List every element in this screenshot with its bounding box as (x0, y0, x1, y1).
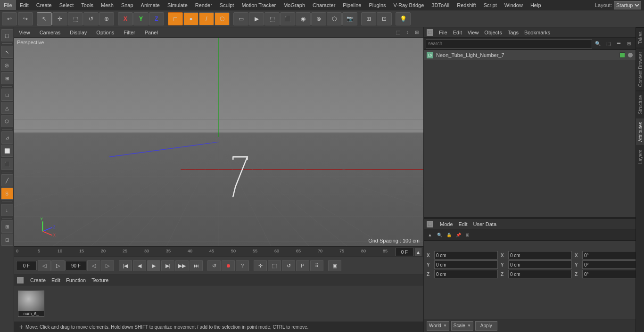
menu-snap[interactable]: Snap (117, 0, 137, 10)
left-btn-0[interactable]: ⬚ (1, 29, 13, 41)
redo-button[interactable]: ↪ (18, 12, 33, 25)
attr-menu-mode[interactable]: Mode (440, 221, 453, 227)
left-btn-10[interactable]: ╱ (1, 174, 13, 186)
viewport-icon-1[interactable]: ⬚ (394, 29, 402, 36)
loop-btn[interactable]: ↺ (207, 260, 221, 271)
vp-menu-cameras[interactable]: Cameras (38, 30, 63, 35)
coord-input-z1[interactable] (434, 270, 498, 278)
render-queue-button[interactable]: ⬡ (327, 12, 342, 25)
left-btn-13[interactable]: ⊞ (1, 220, 13, 233)
tc-move[interactable]: ✛ (254, 260, 267, 271)
world-dropdown[interactable]: World ▼ (427, 321, 449, 331)
transform-mode-button[interactable]: ⊕ (99, 12, 114, 25)
tab-attributes[interactable]: Attributes (636, 118, 644, 146)
start-frame-input[interactable] (16, 261, 37, 270)
menu-pipeline[interactable]: Pipeline (339, 0, 365, 10)
menu-character[interactable]: Character (309, 0, 339, 10)
start-frame-dec[interactable]: ◁ (38, 260, 51, 271)
obj-tool-4[interactable]: ⊞ (624, 39, 634, 49)
tc-param[interactable]: P (296, 260, 309, 271)
tc-rotate[interactable]: ↺ (282, 260, 295, 271)
coord-input-y1[interactable] (434, 260, 498, 269)
go-to-start[interactable]: |◀ (119, 260, 132, 271)
light-button[interactable]: 💡 (396, 12, 411, 25)
edge-mode-button[interactable]: / (199, 12, 214, 25)
z-axis-button[interactable]: Z (149, 12, 164, 25)
menu-plugins[interactable]: Plugins (365, 0, 389, 10)
menu-script[interactable]: Script (480, 0, 501, 10)
play-back[interactable]: ◀ (133, 260, 146, 271)
obj-tool-2[interactable]: ⬚ (603, 39, 613, 49)
select-mode-button[interactable]: ↖ (37, 12, 52, 25)
go-to-end[interactable]: ▶▶ (175, 260, 189, 271)
obj-menu-view[interactable]: View (468, 30, 479, 35)
left-btn-6[interactable]: ⬡ (1, 115, 13, 127)
attr-menu-edit[interactable]: Edit (459, 221, 468, 227)
play-forward[interactable]: ▶ (147, 260, 160, 271)
tc-last[interactable]: ▣ (328, 260, 341, 271)
left-btn-11[interactable]: S (1, 187, 13, 200)
left-btn-7[interactable]: ⊿ (1, 131, 13, 144)
render-view-button[interactable]: ▭ (233, 12, 248, 25)
vp-menu-filter[interactable]: Filter (122, 30, 137, 35)
menu-edit[interactable]: Edit (16, 0, 33, 10)
menu-sculpt[interactable]: Sculpt (216, 0, 238, 10)
go-to-last[interactable]: ⏭ (190, 260, 203, 271)
vp-menu-display[interactable]: Display (68, 30, 89, 35)
menu-mesh[interactable]: Mesh (97, 0, 117, 10)
tab-layers[interactable]: Layers (636, 146, 644, 168)
objects-search[interactable] (426, 39, 592, 49)
camera-button[interactable]: 📷 (342, 12, 357, 25)
attr-tool-lock[interactable]: 🔒 (445, 231, 453, 239)
render-settings-button[interactable]: ⬛ (280, 12, 295, 25)
coord-input-y3[interactable] (582, 260, 644, 269)
menu-help[interactable]: Help (527, 0, 545, 10)
left-btn-8[interactable]: ⬜ (1, 145, 13, 157)
end-frame-dec[interactable]: ◁ (87, 260, 100, 271)
left-btn-4[interactable]: ◻ (1, 89, 13, 101)
point-mode-button[interactable]: ● (183, 12, 198, 25)
obj-menu-tags[interactable]: Tags (508, 30, 519, 35)
attr-menu-userdata[interactable]: User Data (473, 221, 497, 227)
tab-structure[interactable]: Structure (636, 91, 644, 118)
menu-motion-tracker[interactable]: Motion Tracker (238, 0, 280, 10)
poly-mode-button[interactable]: ⬡ (215, 12, 230, 25)
undo-button[interactable]: ↩ (2, 12, 17, 25)
obj-tool-3[interactable]: ☰ (614, 39, 623, 49)
viewport-icon-3[interactable]: ⊞ (413, 29, 421, 36)
mat-menu-function[interactable]: Function (66, 277, 86, 283)
move-mode-button[interactable]: ✛ (52, 12, 67, 25)
attr-tool-pin[interactable]: 📌 (454, 231, 462, 239)
vp-menu-panel[interactable]: Panel (143, 30, 160, 35)
obj-menu-edit[interactable]: Edit (453, 30, 462, 35)
object-mode-button[interactable]: ◻ (168, 12, 183, 25)
left-btn-2[interactable]: ◎ (1, 59, 13, 71)
menu-select[interactable]: Select (56, 0, 78, 10)
start-frame-inc[interactable]: ▷ (51, 260, 65, 271)
coord-input-x1[interactable] (434, 251, 498, 259)
menu-window[interactable]: Window (501, 0, 527, 10)
obj-tool-1[interactable]: 🔍 (593, 39, 603, 49)
x-axis-button[interactable]: X (118, 12, 133, 25)
mat-menu-texture[interactable]: Texture (91, 277, 108, 283)
left-btn-3[interactable]: ⊞ (1, 72, 13, 84)
scale-mode-button[interactable]: ⬚ (68, 12, 83, 25)
end-frame-input-1[interactable] (66, 261, 86, 270)
menu-mograph[interactable]: MoGraph (280, 0, 309, 10)
attr-tool-search[interactable]: 🔍 (435, 231, 444, 239)
mat-menu-create[interactable]: Create (30, 277, 46, 283)
coord-input-x3[interactable] (582, 251, 644, 259)
menu-render[interactable]: Render (191, 0, 216, 10)
scale-dropdown[interactable]: Scale ▼ (451, 321, 473, 331)
mat-menu-edit[interactable]: Edit (51, 277, 60, 283)
menu-simulate[interactable]: Simulate (164, 0, 191, 10)
interactive-render-button[interactable]: ◉ (296, 12, 311, 25)
menu-vray[interactable]: V-Ray Bridge (390, 0, 428, 10)
render-picture-button[interactable]: ▶ (249, 12, 264, 25)
left-btn-1[interactable]: ↖ (1, 46, 13, 58)
obj-menu-objects[interactable]: Objects (484, 30, 502, 35)
y-axis-button[interactable]: Y (133, 12, 149, 25)
snap-button[interactable]: ⊞ (361, 12, 376, 25)
apply-button[interactable]: Apply (475, 321, 497, 331)
coord-input-z3[interactable] (582, 270, 644, 278)
